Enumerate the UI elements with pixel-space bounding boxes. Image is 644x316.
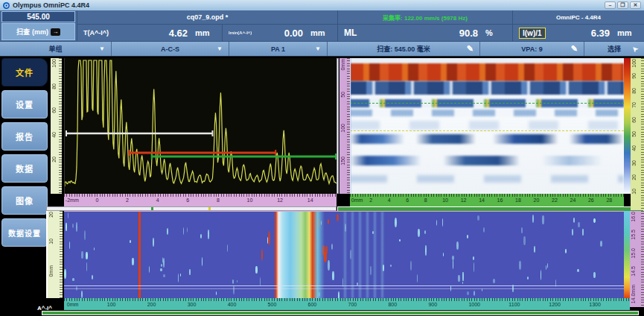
scan-arrow-icon[interactable]: → [51,28,60,36]
select-tool[interactable]: 选择 ➤ [584,42,644,56]
reading-imin-unit: mm [310,28,331,37]
palette-ruler[interactable]: 100908070605040302010 [631,58,644,210]
chevron-down-icon[interactable]: ▼ [315,45,321,52]
window-title: Olympus OmniPC 4.4R4 [13,1,89,9]
horizontal-scrollbar[interactable] [42,311,639,315]
sidebar-tab-image[interactable]: 图像 [1,186,48,215]
scan-axis-unit: (mm) [32,28,48,36]
gate-i-marker [208,207,211,210]
cscan-view[interactable] [64,211,624,298]
bscan-depth-ruler[interactable]: 0mm50100150 [339,58,350,194]
group-select-label: 单组 [48,44,62,54]
sidebar: 文件 设置 报告 数据 图像 数据设置 [1,58,48,247]
reading-iw[interactable]: I(w)/1 6.39 mm [513,25,644,41]
bscan-vertical-scrollbar[interactable] [337,58,339,194]
scan-axis-label: 扫查 [16,28,30,36]
vpa-edit[interactable]: VPA: 9 ✎ [480,42,584,56]
reading-imin[interactable]: Imin(A^-I^) 0.00 mm [223,25,338,41]
probe-select-dropdown[interactable]: PA 1 ▼ [229,42,328,56]
minimize-button[interactable]: – [605,1,616,9]
cscan-index-ruler[interactable]: 20100mm [46,211,63,298]
edit-pencil-icon[interactable]: ✎ [467,44,474,54]
reading-thickness-unit: mm [195,28,216,37]
reading-ml-value: 90.8 [459,28,478,39]
reading-iw-value: 6.39 [591,28,610,39]
bscan-streak-row [350,110,624,116]
group-select-dropdown[interactable]: 单组 ▼ [0,42,112,56]
cscan-depth-ruler[interactable]: 16.015.515.014.514.0mm [630,211,644,307]
chevron-down-icon[interactable]: ▼ [99,45,105,52]
bscan-streak-row [350,156,624,165]
bscan-streak-row [350,121,624,130]
scan-position-edit[interactable]: 扫查: 545.00 毫米 ✎ [328,42,480,56]
reading-iw-unit: mm [617,28,638,37]
vpa-label: VPA: 9 [521,45,542,53]
ascan-view[interactable] [64,58,337,194]
edit-pencil-icon[interactable]: ✎ [571,44,578,54]
reading-imin-label: Imin(A^-I^) [229,31,252,35]
gate-b-marker [151,207,153,210]
title-bar: O Olympus OmniPC 4.4R4 – ❐ ✕ [0,0,644,10]
sidebar-tab-report[interactable]: 报告 [1,122,48,151]
cscan-cursor-line[interactable] [64,285,624,286]
bscan-x-ruler[interactable]: 0mm246810121416182022242628 [350,194,624,206]
omnipc-window: O Olympus OmniPC 4.4R4 – ❐ ✕ 545.00 扫查 (… [0,0,644,316]
layout-select-label: A-C-S [161,45,179,53]
reading-thickness[interactable]: T(A^-I^) 4.62 mm [77,25,223,41]
scan-position-value: 545.00 [1,11,75,22]
header-bar: 545.00 扫查 (mm) → cq07_9.opd * 采集率: 122.0… [0,10,644,41]
select-tool-label: 选择 [608,44,621,54]
app-version: OmniPC - 4.4R4 [513,10,644,24]
gate-b-line [350,103,624,104]
cscan-color-palette [624,211,630,298]
bscan-red-band [350,63,624,81]
sidebar-tab-data-settings[interactable]: 数据设置 [1,218,48,247]
bscan-dark-band [350,81,624,95]
bscan-view[interactable] [350,58,624,194]
restore-button[interactable]: ❐ [617,1,628,9]
reading-ml-unit: % [485,28,506,37]
reading-ml[interactable]: ML 90.8 % [338,25,513,41]
bscan-cursor-line[interactable] [350,58,351,194]
sidebar-tab-file[interactable]: 文件 [1,58,48,86]
reading-imin-value: 0.00 [284,28,303,39]
layout-select-dropdown[interactable]: A-C-S ▼ [112,42,229,56]
bscan-streak-row [350,175,624,183]
bscan-streak-row [350,134,624,144]
toolbar: 单组 ▼ A-C-S ▼ PA 1 ▼ 扫查: 545.00 毫米 ✎ VPA:… [0,41,644,57]
reading-thickness-label: T(A^-I^) [83,29,109,37]
file-name: cq07_9.opd * [77,10,338,24]
acquisition-rate: 采集率: 122.00 mm/s (5978 Hz) [338,10,513,24]
ascan-waveform [65,58,337,194]
sidebar-tab-settings[interactable]: 设置 [1,90,48,118]
gate-i-line [350,130,624,131]
cursor-arrow-icon[interactable]: ➤ [631,44,640,53]
close-button[interactable]: ✕ [630,1,641,9]
ascan-x-ruler[interactable]: -2mm02468101214 [64,194,337,206]
scan-position-label: 扫查: 545.00 毫米 [377,44,430,54]
ascan-amplitude-ruler[interactable]: 10080604020 [51,58,62,194]
olympus-logo-icon: O [3,2,10,9]
reading-thickness-value: 4.62 [169,28,188,39]
amplitude-color-palette [624,58,631,194]
cscan-x-ruler[interactable]: 0mm1002003004005006007008009001000110012… [64,298,630,310]
chevron-down-icon[interactable]: ▼ [217,45,223,52]
cscan-reference-line [64,288,624,289]
reading-ml-label: ML [344,28,357,38]
reading-iw-label: I(w)/1 [519,28,546,39]
sidebar-tab-data[interactable]: 数据 [1,154,48,183]
scan-axis-button[interactable]: 扫查 (mm) → [1,23,75,40]
probe-select-label: PA 1 [271,45,285,53]
